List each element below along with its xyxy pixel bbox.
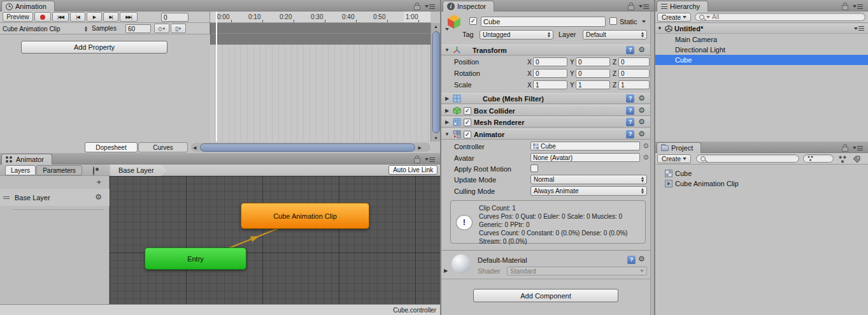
scroll-left-icon[interactable]: ◀ [193, 145, 196, 150]
search-by-bundle-icon[interactable] [839, 156, 846, 163]
scroll-down-icon[interactable]: ▼ [434, 136, 438, 140]
vertical-scroll-thumb[interactable] [432, 31, 440, 133]
preview-button[interactable]: Preview [3, 12, 33, 22]
current-frame-field[interactable] [161, 13, 189, 22]
hierarchy-search-field[interactable]: All [695, 13, 865, 21]
next-frame-button[interactable]: ▶| [103, 12, 118, 22]
tag-dropdown[interactable]: Untagged [480, 30, 553, 40]
hierarchy-item-directional-light[interactable]: Directional Light [655, 45, 868, 55]
rotation-z-field[interactable] [618, 69, 650, 78]
project-item-cube-controller[interactable]: Cube [655, 168, 868, 179]
create-button[interactable]: Create [657, 13, 691, 22]
previous-frame-button[interactable]: |◀ [70, 12, 85, 22]
mesh-filter-header[interactable]: ▶ Cube (Mesh Filter) ? ⚙ [441, 93, 650, 104]
gear-icon[interactable]: ⚙ [95, 193, 102, 201]
component-checkbox[interactable]: ✓ [464, 119, 471, 126]
scene-menu-icon[interactable] [854, 26, 864, 31]
gameobject-name-field[interactable] [481, 17, 606, 27]
gear-icon[interactable]: ⚙ [638, 118, 645, 126]
scroll-up-icon[interactable]: ▲ [434, 24, 438, 29]
add-keyframe-button[interactable]: ◇+ [154, 24, 169, 33]
go-to-end-button[interactable]: ▶▶| [120, 12, 138, 22]
inspector-scrollbar[interactable] [650, 11, 654, 315]
tab-parameters[interactable]: Parameters [36, 165, 82, 175]
active-checkbox[interactable]: ✓ [469, 17, 477, 25]
tab-hierarchy[interactable]: Hierarchy [657, 1, 708, 11]
add-layer-button[interactable]: + [96, 177, 101, 187]
help-icon[interactable]: ? [627, 256, 636, 264]
foldout-icon[interactable]: ▼ [444, 131, 450, 137]
dopesheet-area[interactable] [210, 45, 430, 142]
foldout-icon[interactable]: ▶ [444, 108, 450, 114]
play-button[interactable]: ▶ [87, 12, 102, 22]
scale-y-field[interactable] [576, 80, 610, 89]
state-node-cube-animation-clip[interactable]: Cube Animation Clip [241, 203, 369, 229]
apply-root-motion-checkbox[interactable] [530, 165, 538, 172]
state-node-entry[interactable]: Entry [145, 247, 246, 270]
hierarchy-item-cube[interactable]: Cube [655, 55, 868, 65]
scene-header[interactable]: ▼ Untitled* [655, 24, 868, 34]
timeline-ruler[interactable]: 0:00 0:10 0:20 0:30 0:40 0:50 1:00 [210, 11, 430, 23]
search-by-type-field[interactable] [803, 154, 834, 163]
horizontal-scroll-thumb[interactable] [200, 143, 415, 152]
transform-header[interactable]: ▼ Transform ? ⚙ [441, 45, 650, 55]
playhead[interactable] [216, 11, 217, 142]
breadcrumb-base-layer[interactable]: Base Layer [111, 165, 167, 176]
help-icon[interactable]: ? [626, 106, 634, 115]
transition-arrow[interactable] [110, 176, 440, 304]
foldout-icon[interactable]: ▶ [444, 119, 450, 125]
layer-dropdown[interactable]: Default [583, 30, 647, 40]
static-checkbox[interactable] [609, 17, 617, 25]
lock-icon[interactable] [414, 158, 420, 163]
drag-handle-icon[interactable] [3, 196, 10, 197]
position-y-field[interactable] [576, 57, 610, 66]
rotation-x-field[interactable] [533, 69, 567, 78]
tab-inspector[interactable]: i Inspector [443, 1, 494, 11]
gear-icon[interactable]: ⚙ [638, 106, 645, 115]
hierarchy-item-main-camera[interactable]: Main Camera [655, 34, 868, 45]
add-event-button[interactable]: ▯+ [171, 24, 186, 33]
foldout-icon[interactable]: ▼ [657, 26, 663, 31]
create-button[interactable]: Create [657, 154, 691, 163]
object-picker-icon[interactable]: ⊙ [643, 154, 648, 161]
lock-icon[interactable] [842, 5, 848, 10]
lock-icon[interactable] [628, 5, 634, 10]
search-filter-dropdown-icon[interactable] [706, 16, 710, 18]
pane-menu-icon[interactable] [425, 4, 435, 9]
tab-project[interactable]: Project [657, 142, 701, 153]
tab-curves[interactable]: Curves [138, 142, 188, 152]
lock-icon[interactable] [414, 5, 420, 10]
foldout-icon[interactable]: ▼ [444, 47, 450, 53]
animator-component-header[interactable]: ▼ ✓ Animator ? ⚙ [441, 129, 650, 140]
animator-graph[interactable]: Cube Animation Clip Entry [110, 176, 440, 304]
help-icon[interactable]: ? [626, 46, 634, 54]
eye-icon[interactable] [93, 166, 94, 175]
object-picker-icon[interactable]: ⊙ [643, 142, 648, 149]
auto-live-link-button[interactable]: Auto Live Link [388, 165, 438, 175]
timeline-vertical-scrollbar[interactable]: ▲ ▼ [430, 23, 440, 142]
scale-x-field[interactable] [533, 80, 567, 89]
gear-icon[interactable]: ⚙ [638, 255, 645, 263]
add-property-button[interactable]: Add Property [21, 41, 167, 54]
mesh-renderer-header[interactable]: ▶ ✓ Mesh Renderer ? ⚙ [441, 117, 650, 128]
lock-icon[interactable] [842, 147, 848, 152]
component-checkbox[interactable]: ✓ [464, 107, 471, 115]
shader-dropdown[interactable]: Standard [507, 267, 647, 275]
rotation-y-field[interactable] [576, 69, 610, 78]
help-icon[interactable]: ? [626, 118, 634, 126]
samples-field[interactable] [125, 24, 151, 33]
layer-row-base-layer[interactable]: Base Layer ⚙ [0, 189, 110, 206]
box-collider-header[interactable]: ▶ ✓ Box Collider ? ⚙ [441, 105, 650, 116]
scroll-right-icon[interactable]: ▶ [418, 145, 422, 150]
tab-layers[interactable]: Layers [5, 165, 36, 175]
foldout-icon[interactable]: ▶ [444, 96, 450, 101]
culling-mode-dropdown[interactable]: Always Animate [530, 186, 647, 196]
timeline-horizontal-scrollbar[interactable]: ◀ ▶ [191, 143, 430, 152]
position-z-field[interactable] [618, 57, 650, 66]
gear-icon[interactable]: ⚙ [638, 94, 645, 103]
gear-icon[interactable]: ⚙ [638, 46, 645, 54]
foldout-icon[interactable]: ▶ [443, 268, 449, 274]
component-checkbox[interactable]: ✓ [464, 131, 471, 138]
help-icon[interactable]: ? [626, 94, 634, 103]
scale-z-field[interactable] [618, 80, 650, 89]
